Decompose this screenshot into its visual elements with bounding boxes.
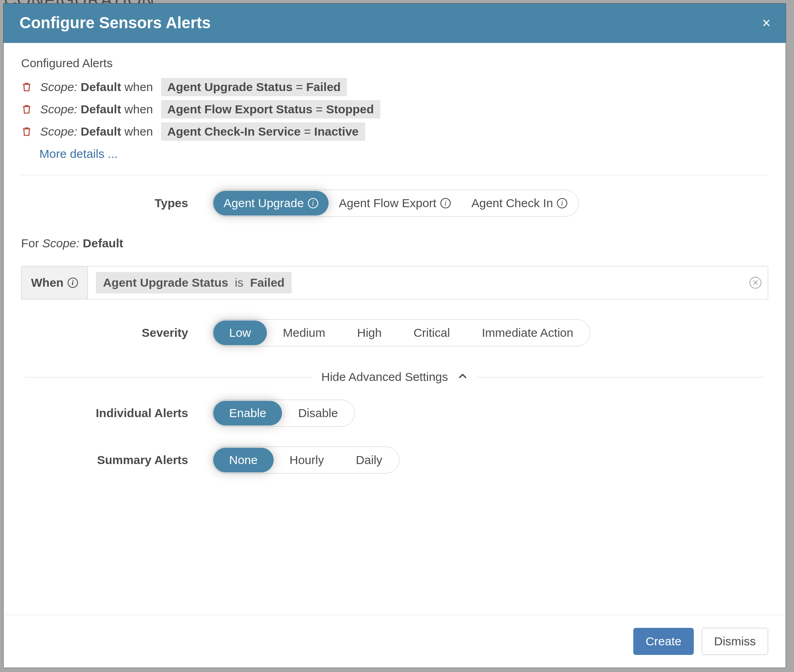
individual-alerts-group: EnableDisable (212, 400, 355, 427)
modal-header: Configure Sensors Alerts × (4, 4, 786, 43)
scope-text: Scope: Default when (40, 103, 153, 116)
close-icon[interactable]: × (762, 16, 771, 30)
when-is: is (235, 276, 243, 289)
individual-group-option[interactable]: Enable (213, 401, 282, 425)
configured-alert-row: Scope: Default whenAgent Upgrade Status … (21, 78, 768, 96)
dismiss-button[interactable]: Dismiss (702, 628, 768, 655)
trash-icon[interactable] (21, 104, 32, 115)
individual-alerts-row: Individual Alerts EnableDisable (21, 400, 768, 427)
modal-configure-sensors-alerts: Configure Sensors Alerts × Configured Al… (3, 3, 786, 668)
summary-group-option[interactable]: Hourly (274, 448, 340, 472)
individual-group-option[interactable]: Disable (282, 401, 354, 425)
scope-value: Default (83, 237, 123, 250)
summary-group-option[interactable]: None (213, 448, 274, 472)
advanced-settings-label: Hide Advanced Settings (321, 370, 448, 384)
severity-group-option[interactable]: Low (213, 320, 267, 345)
types-group-option[interactable]: Agent Flow Export i (329, 191, 461, 216)
severity-group-option[interactable]: Medium (267, 320, 341, 345)
create-button[interactable]: Create (633, 628, 694, 655)
summary-group-option[interactable]: Daily (340, 448, 398, 472)
severity-group-option[interactable]: Immediate Action (466, 320, 589, 345)
severity-group-option[interactable]: High (341, 320, 398, 345)
info-icon[interactable]: i (308, 198, 318, 208)
configured-alert-row: Scope: Default whenAgent Check-In Servic… (21, 122, 768, 141)
when-bar: When i Agent Upgrade Status is Failed ✕ (21, 266, 768, 299)
summary-alerts-label: Summary Alerts (21, 453, 188, 467)
modal-title: Configure Sensors Alerts (19, 14, 211, 32)
summary-alerts-group: NoneHourlyDaily (212, 447, 399, 474)
when-condition-chip[interactable]: Agent Upgrade Status is Failed (96, 272, 292, 293)
condition-chip: Agent Check-In Service = Inactive (161, 122, 365, 141)
severity-row: Severity LowMediumHighCriticalImmediate … (21, 319, 768, 346)
trash-icon[interactable] (21, 82, 32, 93)
severity-group: LowMediumHighCriticalImmediate Action (212, 319, 590, 346)
when-value: Failed (250, 276, 285, 289)
trash-icon[interactable] (21, 126, 32, 137)
when-content[interactable]: Agent Upgrade Status is Failed (88, 272, 749, 293)
types-label: Types (21, 196, 188, 210)
info-icon[interactable]: i (68, 278, 78, 288)
divider-line (477, 377, 764, 377)
divider (21, 175, 768, 175)
types-group: Agent Upgrade iAgent Flow Export iAgent … (212, 190, 579, 217)
info-icon[interactable]: i (440, 198, 451, 208)
types-group-option[interactable]: Agent Check In i (461, 191, 578, 216)
types-row: Types Agent Upgrade iAgent Flow Export i… (21, 190, 768, 217)
for-scope: For Scope: Default (21, 237, 768, 250)
advanced-settings-toggle[interactable]: Hide Advanced Settings (25, 370, 764, 384)
severity-label: Severity (21, 326, 188, 340)
summary-alerts-row: Summary Alerts NoneHourlyDaily (21, 447, 768, 474)
chevron-up-icon (457, 370, 468, 384)
condition-chip: Agent Flow Export Status = Stopped (161, 100, 380, 118)
clear-condition-icon[interactable]: ✕ (749, 277, 761, 289)
individual-alerts-label: Individual Alerts (21, 406, 188, 420)
scope-text: Scope: Default when (40, 125, 153, 138)
divider-line (25, 377, 312, 377)
scope-word: Scope: (42, 237, 79, 250)
modal-footer: Create Dismiss (4, 615, 786, 668)
types-group-option[interactable]: Agent Upgrade i (213, 191, 329, 216)
condition-chip: Agent Upgrade Status = Failed (161, 78, 347, 96)
when-label-box: When i (21, 266, 88, 299)
severity-group-option[interactable]: Critical (397, 320, 466, 345)
when-label: When (31, 276, 64, 289)
scope-text: Scope: Default when (40, 80, 153, 94)
modal-body: Configured Alerts Scope: Default whenAge… (4, 43, 786, 615)
when-metric: Agent Upgrade Status (103, 276, 228, 289)
for-word: For (21, 237, 39, 250)
info-icon[interactable]: i (557, 198, 567, 208)
more-details-link[interactable]: More details ... (39, 147, 768, 161)
configured-alerts-heading: Configured Alerts (21, 56, 768, 70)
configured-alert-row: Scope: Default whenAgent Flow Export Sta… (21, 100, 768, 118)
